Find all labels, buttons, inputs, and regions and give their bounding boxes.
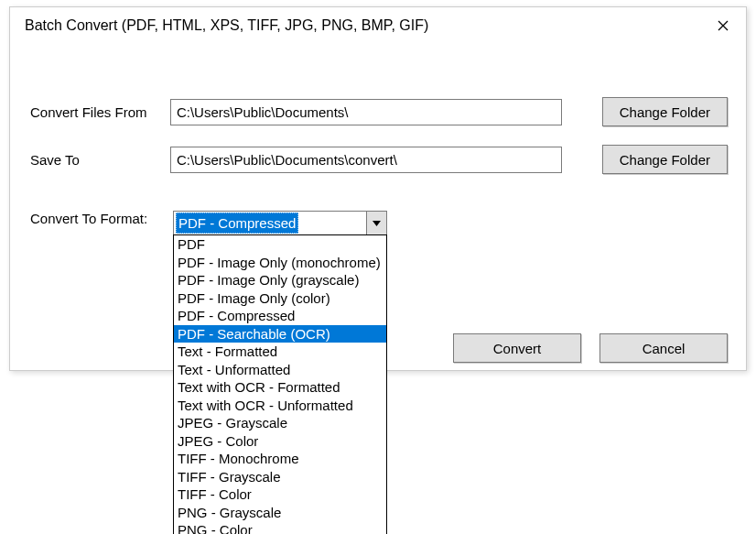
format-dropdown[interactable]: PDFPDF - Image Only (monochrome)PDF - Im…	[173, 234, 387, 534]
save-to-input[interactable]	[170, 147, 562, 173]
footer-buttons: Convert Cancel	[453, 333, 728, 363]
format-option[interactable]: Text - Formatted	[174, 343, 386, 361]
label-convert-format: Convert To Format:	[28, 211, 173, 226]
cancel-button[interactable]: Cancel	[599, 333, 728, 363]
titlebar: Batch Convert (PDF, HTML, XPS, TIFF, JPG…	[10, 7, 746, 44]
format-option[interactable]: PDF - Image Only (color)	[174, 289, 386, 308]
close-button[interactable]	[713, 16, 733, 36]
change-folder-from-button[interactable]: Change Folder	[602, 97, 728, 126]
row-save-to: Save To Change Folder	[28, 145, 728, 174]
format-option[interactable]: PNG - Color	[174, 521, 386, 534]
label-convert-from: Convert Files From	[28, 104, 170, 120]
convert-from-input[interactable]	[170, 99, 562, 125]
format-option[interactable]: TIFF - Grayscale	[174, 468, 386, 486]
format-option[interactable]: PNG - Grayscale	[174, 504, 386, 522]
chevron-down-icon	[373, 221, 381, 226]
format-option[interactable]: PDF - Image Only (grayscale)	[174, 271, 386, 289]
close-icon	[718, 20, 729, 31]
format-option[interactable]: PDF - Searchable (OCR)	[174, 325, 386, 343]
format-option[interactable]: JPEG - Color	[174, 432, 386, 451]
window-title: Batch Convert (PDF, HTML, XPS, TIFF, JPG…	[25, 17, 428, 34]
combobox-arrow-button[interactable]	[366, 212, 386, 234]
format-option[interactable]: Text with OCR - Formatted	[174, 378, 386, 397]
svg-marker-2	[373, 221, 381, 226]
format-combobox[interactable]: PDF - Compressed	[173, 211, 387, 235]
batch-convert-dialog: Batch Convert (PDF, HTML, XPS, TIFF, JPG…	[9, 6, 747, 371]
format-option[interactable]: PDF - Compressed	[174, 307, 386, 325]
format-option[interactable]: TIFF - Monochrome	[174, 450, 386, 468]
format-option[interactable]: PDF - Image Only (monochrome)	[174, 254, 386, 272]
format-option[interactable]: JPEG - Grayscale	[174, 414, 386, 432]
row-convert-format: Convert To Format: PDF - Compressed PDFP…	[28, 211, 728, 235]
convert-button[interactable]: Convert	[453, 333, 581, 363]
row-convert-from: Convert Files From Change Folder	[28, 97, 728, 126]
format-selected-value: PDF - Compressed	[176, 213, 298, 234]
format-option[interactable]: Text with OCR - Unformatted	[174, 397, 386, 415]
format-option[interactable]: Text - Unformatted	[174, 361, 386, 379]
dialog-content: Convert Files From Change Folder Save To…	[10, 97, 746, 235]
label-save-to: Save To	[28, 152, 170, 168]
format-option[interactable]: TIFF - Color	[174, 485, 386, 504]
change-folder-to-button[interactable]: Change Folder	[602, 145, 728, 174]
format-option[interactable]: PDF	[174, 235, 386, 254]
